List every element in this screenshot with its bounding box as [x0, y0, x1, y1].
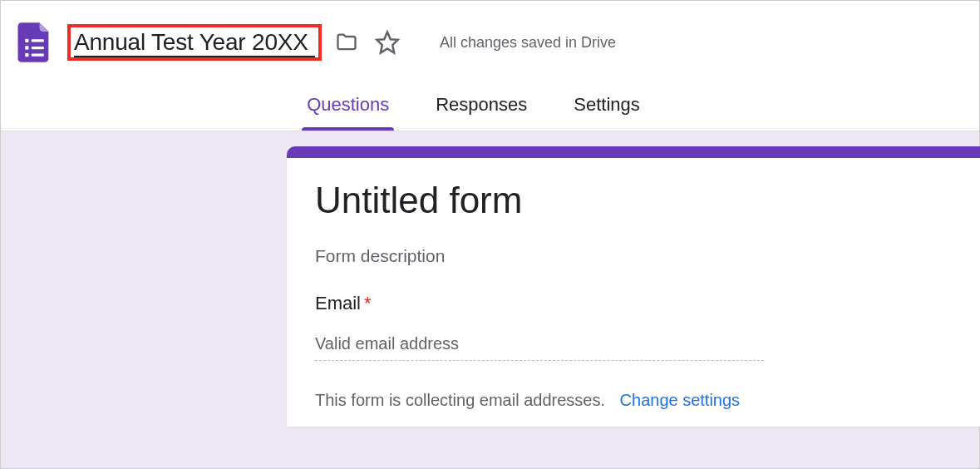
svg-rect-3: [32, 47, 44, 49]
form-header-card[interactable]: Untitled form Form description Email* Th…: [287, 146, 980, 427]
star-icon[interactable]: [375, 30, 400, 55]
email-field-label: Email*: [315, 293, 952, 314]
save-status-text: All changes saved in Drive: [440, 34, 616, 52]
tab-questions[interactable]: Questions: [307, 94, 389, 131]
forms-app-icon[interactable]: [12, 21, 56, 64]
change-settings-link[interactable]: Change settings: [620, 391, 741, 409]
svg-rect-2: [25, 46, 28, 49]
svg-rect-1: [32, 39, 44, 42]
tabs-bar: Questions Responses Settings: [1, 69, 979, 131]
svg-rect-4: [25, 53, 28, 57]
collecting-emails-note: This form is collecting email addresses.…: [315, 391, 952, 410]
svg-rect-5: [32, 54, 44, 57]
app-header: All changes saved in Drive: [1, 1, 979, 69]
form-title-text[interactable]: Untitled form: [315, 180, 952, 221]
form-description-text[interactable]: Form description: [315, 246, 952, 266]
form-canvas: Untitled form Form description Email* Th…: [1, 131, 979, 469]
form-title-input[interactable]: [74, 29, 315, 57]
tab-responses[interactable]: Responses: [436, 94, 527, 131]
title-highlight-box: [67, 24, 322, 61]
svg-rect-0: [25, 39, 28, 42]
email-input[interactable]: [315, 333, 764, 361]
svg-marker-6: [377, 32, 398, 53]
move-folder-icon[interactable]: [333, 31, 360, 54]
required-asterisk: *: [364, 293, 372, 313]
tab-settings[interactable]: Settings: [574, 94, 640, 131]
